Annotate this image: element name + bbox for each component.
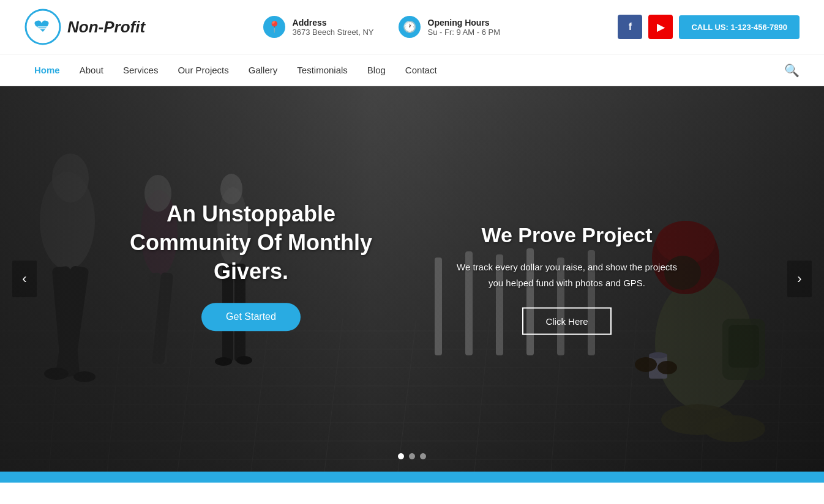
call-button[interactable]: CALL US: 1-123-456-7890 [679, 15, 800, 39]
carousel-dot-2[interactable] [409, 453, 415, 459]
nav-home[interactable]: Home [24, 56, 70, 84]
search-icon[interactable]: 🔍 [784, 63, 800, 78]
nav-links: Home About Services Our Projects Gallery… [24, 56, 784, 84]
location-icon: 📍 [263, 16, 285, 38]
clock-icon: 🕐 [399, 16, 421, 38]
nav-about[interactable]: About [70, 56, 113, 84]
logo-area: Non-Profit [24, 9, 145, 45]
hours-info: 🕐 Opening Hours Su - Fr: 9 AM - 6 PM [399, 16, 500, 38]
nav-services[interactable]: Services [113, 56, 168, 84]
logo-text: Non-Profit [67, 18, 145, 37]
nav-testimonials[interactable]: Testimonials [287, 56, 358, 84]
get-started-button[interactable]: Get Started [201, 303, 301, 332]
address-label: Address [293, 18, 374, 28]
hours-value: Su - Fr: 9 AM - 6 PM [428, 28, 500, 37]
youtube-button[interactable]: ▶ [648, 15, 673, 39]
hours-label: Opening Hours [428, 18, 500, 28]
header-right: f ▶ CALL US: 1-123-456-7890 [618, 15, 800, 39]
main-nav: Home About Services Our Projects Gallery… [0, 54, 824, 86]
carousel-dot-3[interactable] [420, 453, 426, 459]
logo-icon [24, 9, 61, 45]
hero-left-content: An Unstoppable Community Of Monthly Give… [110, 200, 392, 331]
carousel-next-button[interactable]: › [787, 261, 812, 297]
address-info: 📍 Address 3673 Beech Street, NY [263, 16, 374, 38]
nav-contact[interactable]: Contact [395, 56, 447, 84]
carousel-dot-1[interactable] [398, 453, 404, 459]
nav-our-projects[interactable]: Our Projects [168, 56, 238, 84]
carousel-dots [398, 453, 426, 459]
facebook-button[interactable]: f [618, 15, 642, 39]
hero-right-content: We Prove Project We track every dollar y… [451, 223, 683, 335]
header-info: 📍 Address 3673 Beech Street, NY 🕐 Openin… [263, 16, 500, 38]
nav-blog[interactable]: Blog [358, 56, 395, 84]
carousel-prev-button[interactable]: ‹ [12, 261, 37, 297]
site-header: Non-Profit 📍 Address 3673 Beech Street, … [0, 0, 824, 54]
nav-gallery[interactable]: Gallery [239, 56, 288, 84]
hero-right-description: We track every dollar you raise, and sho… [451, 259, 683, 291]
hero-section: An Unstoppable Community Of Monthly Give… [0, 86, 824, 472]
bottom-accent-bar [0, 472, 824, 483]
hero-title: An Unstoppable Community Of Monthly Give… [110, 200, 392, 286]
hero-right-title: We Prove Project [451, 223, 683, 247]
click-here-button[interactable]: Click Here [522, 308, 611, 335]
address-value: 3673 Beech Street, NY [293, 28, 374, 37]
